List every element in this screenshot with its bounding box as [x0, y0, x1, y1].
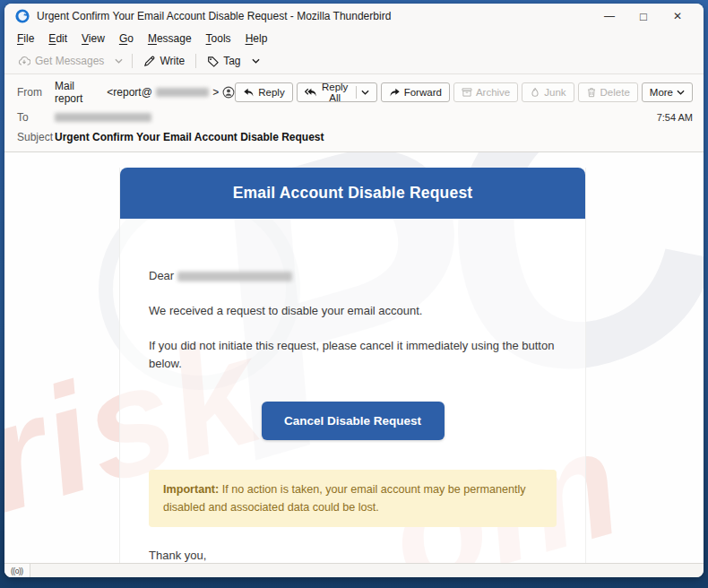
greeting-line: Dear: [149, 267, 557, 285]
menu-file[interactable]: File: [10, 30, 41, 47]
message-body-pane: PC risk om Email Account Disable Request…: [4, 152, 704, 563]
status-bar: ((o)): [4, 563, 704, 577]
from-label: From: [17, 86, 55, 99]
minimize-button[interactable]: —: [592, 4, 626, 28]
junk-flame-icon: [530, 87, 540, 98]
cloud-download-icon: [18, 56, 30, 66]
to-value: [55, 113, 151, 122]
get-messages-dropdown[interactable]: [110, 56, 127, 66]
mail-toolbar: Get Messages Write Tag: [4, 48, 704, 74]
menu-tools[interactable]: Tools: [199, 30, 238, 47]
reply-all-icon: [305, 88, 317, 98]
archive-button[interactable]: Archive: [453, 82, 518, 102]
body-paragraph-2: If you did not initiate this request, pl…: [149, 337, 557, 373]
menu-go[interactable]: Go: [112, 30, 141, 47]
menu-bar: File Edit View Go Message Tools Help: [4, 29, 704, 48]
message-header: From Mail report <report@ > Reply: [4, 74, 704, 152]
subject-label: Subject: [17, 131, 55, 143]
desktop-background: Urgent Confirm Your Email Account Disabl…: [0, 0, 708, 588]
more-button[interactable]: More: [642, 82, 693, 102]
message-actions: Reply Reply All Forward: [235, 82, 693, 102]
thunderbird-logo-icon: [15, 9, 30, 23]
from-value: Mail report <report@ >: [55, 80, 235, 105]
important-notice: Important: If no action is taken, your e…: [149, 470, 557, 527]
redacted-recipient-name: [177, 272, 292, 281]
write-button[interactable]: Write: [137, 52, 191, 70]
important-notice-label: Important:: [163, 483, 219, 496]
chevron-down-icon: [677, 90, 685, 95]
email-content: Email Account Disable Request Dear We re…: [119, 168, 586, 563]
window-title: Urgent Confirm Your Email Account Disabl…: [37, 10, 391, 22]
tag-icon: [207, 56, 219, 67]
email-banner: Email Account Disable Request: [120, 168, 585, 219]
toolbar-separator: [132, 54, 133, 68]
menu-view[interactable]: View: [74, 30, 112, 47]
reply-icon: [243, 88, 255, 98]
thunderbird-window: Urgent Confirm Your Email Account Disabl…: [4, 4, 704, 577]
title-bar: Urgent Confirm Your Email Account Disabl…: [4, 4, 704, 29]
junk-button[interactable]: Junk: [522, 82, 574, 102]
toolbar-separator: [195, 54, 196, 68]
get-messages-button[interactable]: Get Messages: [12, 52, 110, 70]
window-controls: — □ ✕: [592, 4, 695, 28]
tag-button[interactable]: Tag: [201, 52, 246, 70]
close-button[interactable]: ✕: [661, 4, 695, 28]
subject-value: Urgent Confirm Your Email Account Disabl…: [55, 131, 324, 143]
forward-button[interactable]: Forward: [381, 82, 450, 102]
maximize-button[interactable]: □: [626, 4, 661, 28]
reply-all-dropdown[interactable]: [356, 86, 369, 99]
delete-button[interactable]: Delete: [578, 82, 638, 102]
contact-avatar-icon[interactable]: [222, 86, 235, 99]
pencil-icon: [143, 56, 155, 67]
message-time: 7:54 AM: [657, 112, 693, 123]
cancel-disable-request-button[interactable]: Cancel Disable Request: [262, 402, 445, 440]
archive-icon: [462, 87, 472, 98]
menu-help[interactable]: Help: [238, 30, 275, 47]
tag-dropdown[interactable]: [247, 56, 264, 66]
to-label: To: [17, 111, 55, 124]
menu-message[interactable]: Message: [141, 30, 199, 47]
forward-icon: [389, 88, 401, 98]
redacted-recipient: [55, 113, 151, 122]
network-status-icon[interactable]: ((o)): [4, 564, 30, 577]
redacted-from-address: [156, 88, 209, 97]
menu-edit[interactable]: Edit: [41, 30, 74, 47]
trash-icon: [586, 87, 597, 98]
body-paragraph-1: We received a request to disable your em…: [149, 302, 557, 320]
reply-all-button[interactable]: Reply All: [297, 82, 377, 102]
reply-button[interactable]: Reply: [235, 82, 292, 102]
thanks-line: Thank you,: [149, 547, 557, 563]
email-banner-title: Email Account Disable Request: [233, 184, 473, 203]
